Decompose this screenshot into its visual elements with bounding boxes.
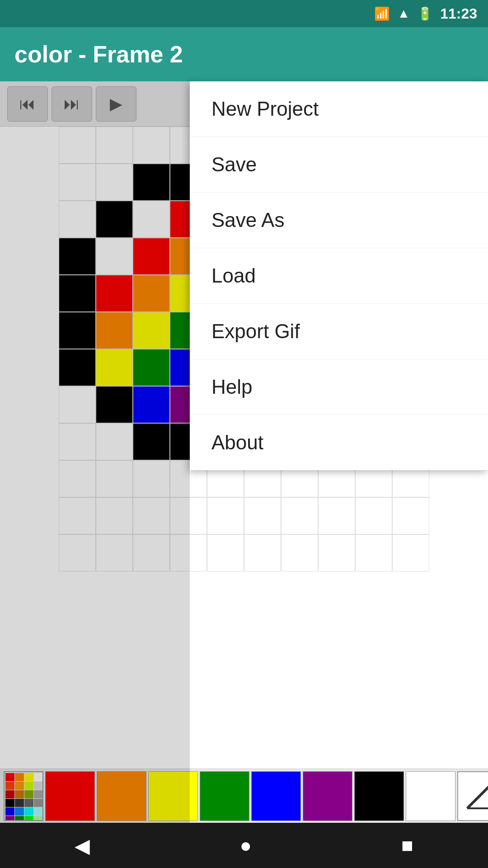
recent-button[interactable]: ■ — [387, 827, 428, 864]
signal-icon: ▲ — [397, 6, 410, 21]
pixel-cell[interactable] — [207, 497, 244, 534]
menu-item-save[interactable]: Save — [190, 137, 488, 193]
menu-overlay[interactable] — [0, 81, 190, 823]
green-swatch[interactable] — [200, 771, 249, 821]
menu-item-about[interactable]: About — [190, 415, 488, 470]
home-button[interactable]: ● — [225, 827, 266, 864]
time-display: 11:23 — [440, 5, 477, 22]
pixel-cell[interactable] — [355, 534, 392, 571]
app-title: color - Frame 2 — [14, 41, 183, 68]
status-bar: 📶 ▲ 🔋 11:23 — [0, 0, 488, 27]
battery-icon: 🔋 — [417, 6, 433, 21]
wifi-icon: 📶 — [374, 6, 390, 21]
menu-item-help[interactable]: Help — [190, 359, 488, 415]
pixel-cell[interactable] — [281, 497, 318, 534]
pixel-cell[interactable] — [392, 497, 429, 534]
menu-item-new-project[interactable]: New Project — [190, 81, 488, 137]
menu-item-save-as[interactable]: Save As — [190, 193, 488, 248]
eraser-swatch[interactable] — [457, 771, 488, 821]
pixel-cell[interactable] — [355, 497, 392, 534]
blue-swatch[interactable] — [251, 771, 301, 821]
pixel-cell[interactable] — [281, 534, 318, 571]
pixel-cell[interactable] — [392, 534, 429, 571]
pixel-cell[interactable] — [318, 497, 355, 534]
pixel-cell[interactable] — [318, 534, 355, 571]
black-swatch[interactable] — [354, 771, 404, 821]
app-bar: color - Frame 2 — [0, 27, 488, 81]
dropdown-menu: New Project Save Save As Load Export Gif… — [190, 81, 488, 470]
pixel-cell[interactable] — [207, 534, 244, 571]
pixel-cell[interactable] — [244, 534, 281, 571]
menu-item-export-gif[interactable]: Export Gif — [190, 304, 488, 359]
pixel-cell[interactable] — [244, 497, 281, 534]
nav-bar: ◀ ● ■ — [0, 823, 488, 868]
menu-item-load[interactable]: Load — [190, 248, 488, 304]
purple-swatch[interactable] — [303, 771, 352, 821]
white-swatch[interactable] — [406, 771, 455, 821]
back-button[interactable]: ◀ — [60, 827, 104, 864]
